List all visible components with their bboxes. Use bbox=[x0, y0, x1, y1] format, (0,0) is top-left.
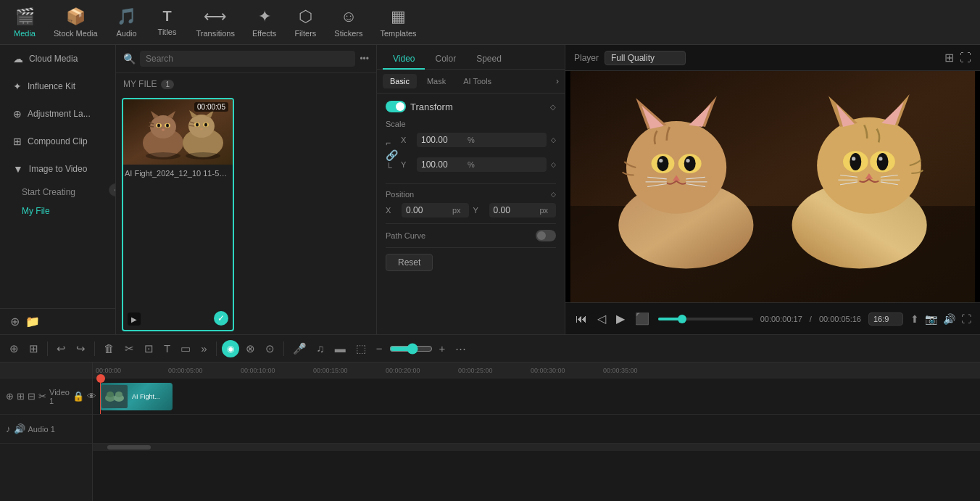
timeline-scrollbar[interactable] bbox=[93, 444, 980, 451]
tab-speed[interactable]: Speed bbox=[466, 49, 512, 70]
media-panel: 🔍 ••• MY FILE 1 bbox=[116, 45, 377, 334]
video-track-lock-icon[interactable]: 🔒 bbox=[72, 391, 84, 402]
tab-color[interactable]: Color bbox=[425, 49, 466, 70]
toolbar-titles[interactable]: T Titles bbox=[149, 4, 186, 41]
toolbar-audio[interactable]: 🎵 Audio bbox=[108, 3, 146, 42]
time-separator: / bbox=[810, 315, 812, 323]
adjustment-icon: ⊕ bbox=[13, 108, 22, 120]
path-curve-toggle[interactable] bbox=[536, 230, 556, 241]
fullscreen-btn[interactable]: ⛶ bbox=[961, 313, 971, 325]
video-track-add-icon[interactable]: ⊕ bbox=[6, 391, 14, 402]
more-options-icon[interactable]: ••• bbox=[360, 54, 369, 64]
stop-button[interactable]: ⬛ bbox=[634, 310, 651, 327]
sidebar-my-file[interactable]: My File bbox=[0, 202, 115, 220]
sidebar-item-adjustment[interactable]: ⊕ Adjustment La... bbox=[3, 101, 112, 127]
sidebar-item-influence[interactable]: ✦ Influence Kit bbox=[3, 73, 112, 99]
sidebar-item-cloud[interactable]: ☁ Cloud Media bbox=[3, 46, 112, 72]
filters-icon: ⬡ bbox=[299, 7, 312, 26]
tab-video[interactable]: Video bbox=[383, 49, 425, 70]
toolbar-media[interactable]: 🎬 Media bbox=[6, 3, 43, 42]
zoom-slider[interactable] bbox=[389, 343, 433, 355]
redo-button[interactable]: ↪ bbox=[72, 340, 89, 357]
crop-button[interactable]: ⊡ bbox=[141, 340, 157, 357]
undo-button[interactable]: ↩ bbox=[53, 340, 70, 357]
pos-x-label: X bbox=[386, 206, 397, 215]
svg-point-68 bbox=[107, 392, 114, 397]
audio-track-header: ♪ 🔊 Audio 1 bbox=[0, 415, 92, 444]
clip-thumb-image bbox=[101, 385, 128, 408]
auto-captions-button[interactable]: ⬚ bbox=[352, 340, 370, 357]
sidebar-folder-button[interactable]: 📁 bbox=[25, 315, 40, 328]
scale-y-keyframe[interactable]: ◇ bbox=[551, 161, 556, 168]
toolbar-effects[interactable]: ✦ Effects bbox=[245, 3, 283, 42]
subtab-basic[interactable]: Basic bbox=[383, 74, 417, 88]
reset-button[interactable]: Reset bbox=[386, 254, 433, 271]
skip-back-button[interactable]: ⏮ bbox=[574, 311, 589, 327]
grid-view-icon[interactable]: ⊞ bbox=[944, 51, 954, 65]
add-track-button[interactable]: ⊕ bbox=[6, 340, 22, 357]
auto-cut-button[interactable]: ◉ bbox=[222, 340, 239, 357]
ruler-mark-20: 00:00:20:00 bbox=[386, 367, 420, 374]
video-track-scissors-icon[interactable]: ✂ bbox=[38, 391, 46, 402]
transform-keyframe[interactable]: ◇ bbox=[550, 103, 556, 111]
fullscreen-icon[interactable]: ⛶ bbox=[960, 51, 971, 65]
aspect-ratio-select[interactable]: 16:9 9:16 1:1 4:3 bbox=[868, 312, 903, 326]
toolbar-stickers[interactable]: ☺ Stickers bbox=[327, 3, 370, 42]
play-button[interactable]: ▶ bbox=[615, 310, 626, 327]
scrollbar-thumb[interactable] bbox=[107, 445, 151, 450]
progress-bar[interactable] bbox=[658, 318, 753, 320]
scale-y-input[interactable] bbox=[421, 160, 465, 170]
subtab-mask[interactable]: Mask bbox=[420, 74, 453, 88]
fast-forward-button[interactable]: » bbox=[197, 340, 210, 357]
text-button[interactable]: T bbox=[160, 340, 174, 357]
zoom-in-button[interactable]: + bbox=[436, 340, 449, 357]
clip-content: AI Fight... bbox=[100, 384, 165, 410]
pos-y-input[interactable] bbox=[494, 205, 537, 215]
cut-button[interactable]: ✂ bbox=[121, 340, 138, 357]
search-input[interactable] bbox=[140, 51, 355, 67]
export-icon[interactable]: ⬆ bbox=[910, 313, 919, 325]
video-clip-1[interactable]: AI Fight... bbox=[100, 383, 173, 410]
position-keyframe[interactable]: ◇ bbox=[551, 191, 556, 198]
loop-button[interactable]: ⊙ bbox=[262, 340, 278, 357]
transform-header: Transform ◇ bbox=[386, 101, 556, 112]
quality-select[interactable]: Full Quality Half Quality Quarter Qualit… bbox=[605, 51, 686, 65]
sidebar-item-compound[interactable]: ⊞ Compound Clip bbox=[3, 128, 112, 154]
toolbar-transitions[interactable]: ⟷ Transitions bbox=[189, 3, 242, 42]
sidebar-item-image-to-video[interactable]: ▼ Image to Video bbox=[3, 156, 112, 182]
playhead[interactable] bbox=[100, 378, 101, 414]
pos-x-input[interactable] bbox=[406, 205, 449, 215]
video-track-merge-icon[interactable]: ⊞ bbox=[17, 391, 25, 402]
ruler-mark-10: 00:00:10:00 bbox=[241, 367, 275, 374]
delete-button[interactable]: 🗑 bbox=[100, 340, 118, 357]
more-options-button[interactable]: ⋯ bbox=[452, 340, 470, 357]
toolbar-filters[interactable]: ⬡ Filters bbox=[286, 3, 324, 42]
subtitle-button[interactable]: ▬ bbox=[331, 340, 349, 357]
voice-button[interactable]: 🎤 bbox=[289, 340, 310, 357]
audio-track-add-icon[interactable]: ♪ bbox=[6, 423, 11, 434]
video-track-group-icon[interactable]: ⊟ bbox=[28, 391, 36, 402]
toolbar-templates[interactable]: ▦ Templates bbox=[373, 3, 423, 42]
zoom-out-button[interactable]: − bbox=[373, 340, 386, 357]
scale-x-keyframe[interactable]: ◇ bbox=[551, 136, 556, 144]
speed-ramp-button[interactable]: ⊗ bbox=[242, 340, 259, 357]
transform-toggle[interactable] bbox=[386, 101, 406, 112]
toolbar-stock-media[interactable]: 📦 Stock Media bbox=[46, 3, 105, 42]
scale-x-input[interactable] bbox=[421, 135, 465, 145]
subtabs-more-button[interactable]: › bbox=[556, 76, 559, 86]
aspect-ratio-button[interactable]: ▭ bbox=[177, 340, 194, 357]
sidebar-add-button[interactable]: ⊕ bbox=[10, 315, 20, 328]
music-button[interactable]: ♫ bbox=[313, 340, 328, 357]
audio-track-volume-icon[interactable]: 🔊 bbox=[14, 423, 25, 434]
screenshot-icon[interactable]: 📷 bbox=[925, 313, 937, 325]
compound-icon: ⊞ bbox=[13, 136, 22, 147]
subtab-ai-tools[interactable]: AI Tools bbox=[456, 74, 499, 88]
frame-back-button[interactable]: ◁ bbox=[596, 310, 607, 327]
media-thumbnail-1[interactable]: 00:00:05 ▶ ✓ AI Fight_2024_12_10 11-54-1… bbox=[122, 98, 234, 331]
sidebar-start-creating[interactable]: Start Creating bbox=[0, 183, 115, 202]
audio-track bbox=[93, 415, 980, 444]
thumb-duration: 00:00:05 bbox=[194, 102, 228, 112]
volume-icon[interactable]: 🔊 bbox=[943, 313, 955, 325]
scale-link-icon[interactable]: 🔗 bbox=[386, 149, 398, 161]
split-at-playhead-button[interactable]: ⊞ bbox=[25, 340, 42, 357]
